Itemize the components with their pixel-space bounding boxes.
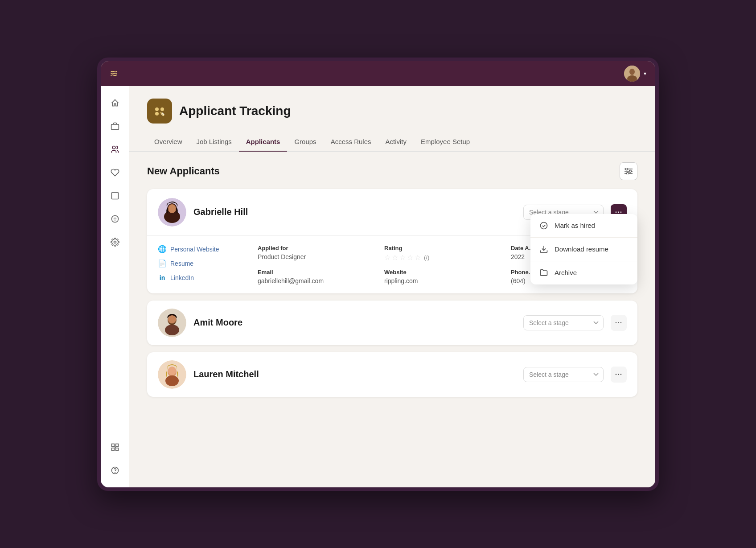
app-title: Applicant Tracking [179,104,291,118]
applied-for-value: Product Designer [258,253,374,260]
applied-for-label: Applied for [258,245,374,251]
folder-icon [538,268,549,278]
linkedin-icon: in [158,273,167,282]
svg-point-38 [168,367,176,375]
email-label: Email [258,269,374,276]
email-value: gabriellehill@gmail.com [258,277,374,284]
section-title: New Applicants [147,165,220,177]
avatar-gabrielle [158,198,186,227]
avatar-lauren [158,360,186,389]
card-header-amit: Amit Moore Select a stage ··· [147,301,637,345]
svg-rect-5 [111,192,118,199]
personal-website-link[interactable]: 🌐 Personal Website [158,245,247,254]
tab-job-listings[interactable]: Job Listings [189,132,239,152]
archive-label: Archive [555,269,577,276]
applied-for-group: Applied for Product Designer [258,245,374,262]
applicant-card-lauren: Lauren Mitchell Select a stage ··· [147,352,637,397]
dropdown-item-archive[interactable]: Archive [530,261,637,284]
mark-hired-label: Mark as hired [555,222,595,229]
star-1: ☆ [384,253,390,262]
tab-employee-setup[interactable]: Employee Setup [414,132,477,152]
download-resume-label: Download resume [555,245,608,253]
card-links: 🌐 Personal Website 📄 Resume in LinkedIn [158,245,247,284]
svg-point-37 [165,375,179,386]
tab-activity[interactable]: Activity [378,132,414,152]
sidebar-item-settings[interactable] [105,232,125,252]
svg-point-33 [165,325,179,335]
tab-overview[interactable]: Overview [147,132,189,152]
resume-link[interactable]: 📄 Resume [158,259,247,268]
svg-point-28 [168,204,176,213]
star-4: ☆ [407,253,413,262]
app-icon [147,99,172,124]
svg-rect-9 [115,444,118,446]
svg-point-34 [168,315,176,323]
name-amit: Amit Moore [193,317,516,328]
website-value: rippling.com [384,277,500,284]
svg-point-24 [627,172,629,174]
stage-select-lauren[interactable]: Select a stage [523,367,604,382]
more-button-amit[interactable]: ··· [611,315,627,331]
sidebar-item-people[interactable] [105,140,125,159]
sidebar [101,86,129,487]
website-label: Website [384,269,500,276]
main-layout: Applicant Tracking Overview Job Listings… [101,86,655,487]
svg-point-7 [114,241,116,243]
tab-access-rules[interactable]: Access Rules [324,132,378,152]
star-3: ☆ [399,253,406,262]
card-header-lauren: Lauren Mitchell Select a stage ··· [147,352,637,397]
top-bar: ≋ ▾ [101,61,655,86]
avatar-amit [158,309,186,337]
linkedin-link[interactable]: in LinkedIn [158,273,247,282]
svg-point-16 [155,112,159,115]
rating-label: Rating [384,245,500,251]
tab-applicants[interactable]: Applicants [239,132,288,152]
svg-point-1 [629,69,635,75]
section-header: New Applicants [147,162,637,180]
app-header: Applicant Tracking [129,86,655,124]
user-menu[interactable]: ▾ [624,66,646,82]
rating-group: Rating ☆ ☆ ☆ ☆ ☆ (/) [384,245,500,262]
logo-area: ≋ [110,68,117,79]
sidebar-item-home[interactable] [105,93,125,113]
svg-point-14 [155,107,159,111]
device-inner: ≋ ▾ [101,61,655,487]
rating-count: (/) [424,254,429,261]
email-group: Email gabriellehill@gmail.com [258,269,374,284]
svg-rect-8 [111,444,114,446]
star-2: ☆ [392,253,398,262]
name-lauren: Lauren Mitchell [193,369,516,379]
sidebar-item-payroll[interactable] [105,209,125,229]
website-group: Website rippling.com [384,269,500,284]
rating-stars: ☆ ☆ ☆ ☆ ☆ (/) [384,253,500,262]
device-frame: ≋ ▾ [97,58,659,491]
check-circle-icon [538,220,549,231]
sidebar-item-help[interactable] [105,461,125,480]
star-5: ☆ [415,253,421,262]
dropdown-menu: Mark as hired Download resume [530,214,637,284]
globe-icon: 🌐 [158,245,167,254]
sidebar-item-apps[interactable] [105,437,125,457]
sidebar-item-jobs[interactable] [105,116,125,136]
svg-rect-3 [111,124,119,129]
svg-point-29 [541,222,547,229]
stage-select-amit[interactable]: Select a stage [523,315,604,330]
applicant-card-amit: Amit Moore Select a stage ··· [147,301,637,345]
svg-point-22 [626,168,628,170]
more-button-lauren[interactable]: ··· [611,367,627,383]
dropdown-item-download-resume[interactable]: Download resume [530,238,637,261]
sidebar-item-documents[interactable] [105,186,125,206]
svg-point-15 [160,107,164,111]
tab-groups[interactable]: Groups [287,132,323,152]
filter-button[interactable] [620,162,637,180]
logo-icon: ≋ [110,68,117,79]
user-avatar[interactable] [624,66,640,82]
svg-rect-10 [115,448,118,450]
user-chevron-icon: ▾ [644,70,646,77]
sidebar-item-favorites[interactable] [105,163,125,182]
svg-point-23 [629,170,632,172]
name-gabrielle: Gabrielle Hill [193,207,516,217]
dropdown-item-mark-hired[interactable]: Mark as hired [530,214,637,238]
svg-point-4 [112,146,115,149]
tabs-bar: Overview Job Listings Applicants Groups … [129,132,655,152]
